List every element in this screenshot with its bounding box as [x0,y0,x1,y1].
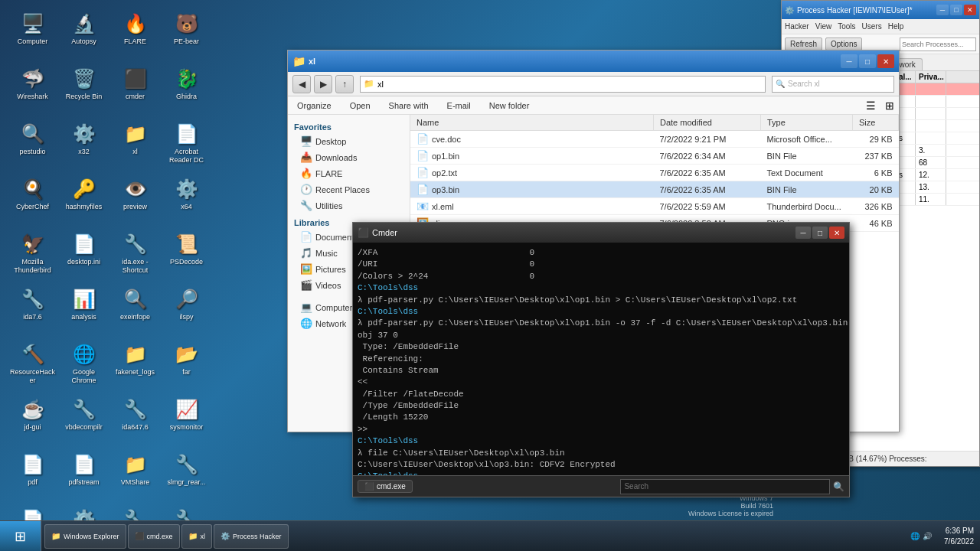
desktop-icon-ida76[interactable]: 🔧 ida7.6 [8,283,57,337]
table-row[interactable]: 📄op3.bin 7/6/2022 6:35 AM BIN File 20 KB [410,181,899,198]
organize-menu[interactable]: Organize [292,99,336,112]
ph-menu-tools[interactable]: Tools [838,22,855,31]
desktop-icon-vmshare[interactable]: 📁 VMShare [110,448,160,502]
explorer-minimize-button[interactable]: ─ [841,54,858,68]
psdecode-icon: 📜 [175,232,199,256]
desktop-icon-analysis[interactable]: 📊 analysis [59,283,109,337]
cmd-close-button[interactable]: ✕ [829,227,844,239]
cmd-minimize-button[interactable]: ─ [795,227,811,239]
explorer-forward-button[interactable]: ▶ [314,75,332,93]
cmd-titlebar[interactable]: ⬛ Cmder ─ □ ✕ [353,223,849,243]
sidebar-item-downloads[interactable]: 📥 Downloads [288,149,410,165]
sidebar-item-flare[interactable]: 🔥 FLARE [288,165,410,181]
desktop-icon-idaexe[interactable]: 🔧 ida.exe - Shortcut [110,228,160,282]
desktop-icon-exeinfope[interactable]: 🔍 exeinfope [110,283,160,337]
cmd-search-input[interactable] [620,479,830,494]
ph-search-input[interactable] [900,37,976,51]
desktop-icon-ilspy[interactable]: 🔎 ilspy [162,283,211,337]
explorer-titlebar[interactable]: 📁 xl ─ □ ✕ [288,51,899,72]
table-row[interactable]: 📄op1.bin 7/6/2022 6:34 AM BIN File 237 K… [410,148,899,165]
col-size[interactable]: Size [853,115,899,131]
desktop-icon-x64[interactable]: ⚙️ x64 [162,173,211,227]
cmd-line: >> [358,424,844,435]
desktop-icon-cmder[interactable]: ⬛ cmder [110,63,160,116]
taskbar-item-ph[interactable]: ⚙️ Process Hacker [214,524,289,549]
desktop-icon-slmgr[interactable]: 🔧 slmgr_rear... [162,448,211,502]
file-date-cell: 7/2/2022 9:21 PM [654,131,761,148]
taskbar-clock[interactable]: 6:36 PM 7/6/2022 [938,526,980,547]
desktop-icon-hashmyfiles[interactable]: 🔑 hashmyfiles [59,173,109,227]
email-menu[interactable]: E-mail [443,99,475,112]
col-date[interactable]: Date modified [654,115,761,131]
table-row[interactable]: 📄op2.txt 7/6/2022 6:35 AM Text Document … [410,165,899,181]
desktop-icon-fakenet[interactable]: 📁 fakenet_logs [110,338,160,392]
ph-maximize-button[interactable]: □ [950,5,962,15]
desktop-icon-ghidra[interactable]: 🐉 Ghidra [162,63,211,116]
col-type[interactable]: Type [761,115,853,131]
desktop-icon-computer[interactable]: 🖥️ Computer [8,8,57,61]
explorer-close-button[interactable]: ✕ [877,54,894,68]
sidebar-item-recent[interactable]: 🕐 Recent Places [288,181,410,197]
desktop-icon-desktopini[interactable]: 📄 desktop.ini [59,228,109,282]
explorer-maximize-button[interactable]: □ [859,54,876,68]
desktop-icon-mozilla[interactable]: 🦅 Mozilla Thunderbird [8,228,57,282]
ph-menu-users[interactable]: Users [862,22,882,31]
desktop-icon-flare[interactable]: 🔥 FLARE [110,8,160,61]
desktop-icon-pestudio[interactable]: 🔍 pestudio [8,118,57,171]
view-list-button[interactable]: ☰ [866,99,876,112]
desktop-icon-wireshark[interactable]: 🦈 Wireshark [8,63,57,116]
explorer-title: xl [305,57,841,66]
desktop-icon-vbdecomp[interactable]: 🔧 vbdecompilr [59,393,109,447]
cmder-label: cmder [126,93,145,101]
desktop-icon-jdgui[interactable]: ☕ jd-gui [8,393,57,447]
sidebar-item-utilities[interactable]: 🔧 Utilities [288,197,410,214]
ph-menu-help[interactable]: Help [888,22,904,31]
cmd-content[interactable]: /XFA 0/URI 0/Colors > 2^24 0C:\Tools\dss… [353,243,849,475]
ph-menu-hacker[interactable]: Hacker [785,22,809,31]
desktop-icon-pdfstream[interactable]: 📄 pdfstream [59,448,109,502]
taskbar-item-xl-explorer[interactable]: 📁 xl [181,524,213,549]
desktop-icon-recycle[interactable]: 🗑️ Recycle Bin [59,63,109,116]
desktop-icon-xl[interactable]: 📁 xl [110,118,160,171]
ph-titlebar[interactable]: ⚙️ Process Hacker [IEWIN7\IEUser]* ─ □ ✕ [782,1,979,19]
sidebar-item-desktop[interactable]: 🖥️ Desktop [288,133,410,149]
taskbar-item-explorer[interactable]: 📁 Windows Explorer [44,524,126,549]
taskbar-ph-icon: ⚙️ [220,532,230,540]
desktop-icon-psdecode[interactable]: 📜 PSDecode [162,228,211,282]
new-folder-menu[interactable]: New folder [485,99,534,112]
col-name[interactable]: Name [410,115,654,131]
taskbar-item-cmd[interactable]: ⬛ cmd.exe [128,524,180,549]
desktop-icon-pdf[interactable]: 📄 pdf [8,448,57,502]
ph-close-button[interactable]: ✕ [964,5,976,15]
desktop-icon-acrobat[interactable]: 📄 Acrobat Reader DC [162,118,211,171]
table-row[interactable]: 📧xl.eml 7/6/2022 5:59 AM Thunderbird Doc… [410,198,899,215]
desktop-icon-autopsy[interactable]: 🔬 Autopsy [59,8,109,61]
explorer-search-box[interactable]: 🔍 Search xl [772,76,894,93]
share-with-menu[interactable]: Share with [384,99,433,112]
desktop-icon-resource[interactable]: 🔨 ResourceHacker [8,338,57,392]
table-row[interactable]: 📄cve.doc 7/2/2022 9:21 PM Microsoft Offi… [410,131,899,148]
view-details-button[interactable]: ⊞ [885,99,894,112]
tray-speaker-icon[interactable]: 🔊 [923,532,932,540]
ph-options-button[interactable]: Options [825,37,862,51]
resource-icon: 🔨 [21,342,45,367]
desktop-icon-cyberchef[interactable]: 🍳 CyberChef [8,173,57,227]
cmd-tab[interactable]: ⬛ cmd.exe [358,480,413,493]
open-menu[interactable]: Open [345,99,375,112]
desktop-icon-x32[interactable]: ⚙️ x32 [59,118,109,171]
desktop-icon-far[interactable]: 📂 far [162,338,211,392]
desktop-icon-sysmonitor[interactable]: 📈 sysmonitor [162,393,211,447]
ph-refresh-button[interactable]: Refresh [785,37,822,51]
ph-minimize-button[interactable]: ─ [936,5,949,15]
ph-menu-view[interactable]: View [815,22,832,31]
desktop-icon-preview[interactable]: 👁️ preview [110,173,160,227]
explorer-back-button[interactable]: ◀ [292,75,311,93]
tray-network-icon[interactable]: 🌐 [910,532,920,540]
explorer-up-button[interactable]: ↑ [335,75,354,93]
taskbar-start-button[interactable]: ⊞ [0,521,41,552]
explorer-address-bar[interactable]: 📁 xl [360,76,766,93]
desktop-icon-ida647[interactable]: 🔧 ida647.6 [110,393,160,447]
desktop-icon-chrome[interactable]: 🌐 Google Chrome [59,338,109,392]
cmd-maximize-button[interactable]: □ [812,227,828,239]
desktop-icon-pe-bear[interactable]: 🐻 PE-bear [162,8,211,61]
